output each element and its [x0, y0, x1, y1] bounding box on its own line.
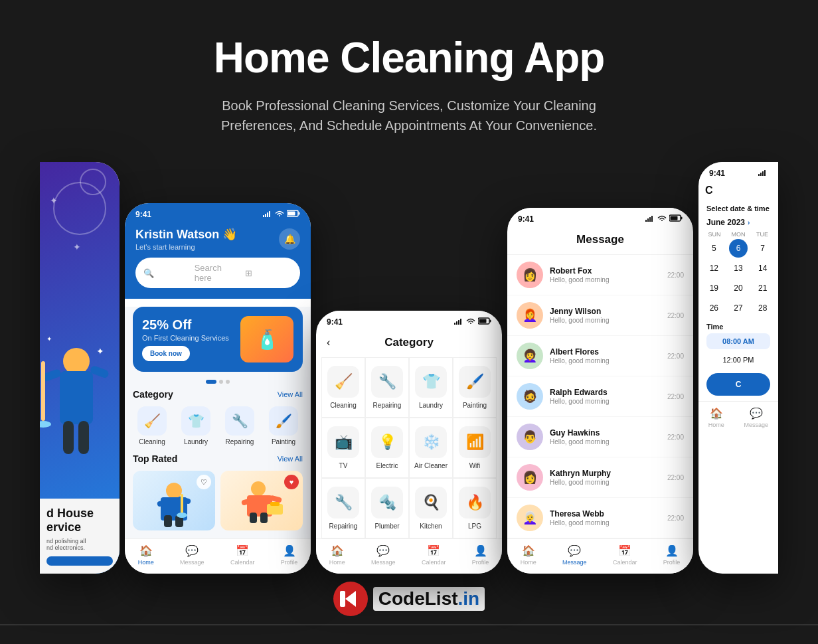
svg-text:✦: ✦ — [96, 346, 104, 357]
phone4-nav-item-home[interactable]: 🏠Home — [521, 544, 536, 566]
svg-rect-46 — [681, 217, 683, 220]
nav-item-home[interactable]: 🏠Home — [138, 544, 154, 566]
svg-rect-10 — [263, 215, 264, 217]
back-arrow-icon[interactable]: ‹ — [327, 337, 330, 349]
phone3-category-grid: 🧹Cleaning🔧Repairing👕Laundry🖌️Painting📺TV… — [316, 357, 502, 538]
phone3-cat-cell[interactable]: 🔧Repairing — [365, 357, 409, 418]
message-avatar: 👩‍🦱 — [517, 343, 543, 369]
message-item[interactable]: 👩‍🦳 Theresa Webb Hello, good morning 22:… — [507, 498, 693, 538]
heart-icon-1[interactable]: ♡ — [197, 475, 211, 489]
category-view-all[interactable]: View All — [278, 390, 303, 398]
phone2-cat-item[interactable]: 🧹Cleaning — [133, 406, 171, 445]
status-time-phone5: 9:41 — [709, 169, 725, 178]
svg-rect-43 — [651, 216, 653, 222]
calendar-day[interactable]: 26 — [704, 299, 723, 317]
phone3-header: ‹ Category — [316, 329, 502, 357]
cat-cell-label: Repairing — [329, 523, 358, 530]
message-name: Jenny Wilson — [550, 307, 661, 316]
phone3-nav-item-home[interactable]: 🏠Home — [329, 544, 345, 566]
phone4-nav-item-profile[interactable]: 👤Profile — [663, 544, 681, 566]
rated-card-1[interactable]: ♡ — [133, 471, 215, 530]
promo-dots — [133, 380, 303, 384]
cat-cell-icon: 🔩 — [371, 487, 403, 519]
cat-cell-icon: 🍳 — [415, 487, 447, 519]
message-content: Theresa Webb Hello, good morning — [550, 509, 661, 526]
calendar-day[interactable]: 28 — [754, 299, 772, 317]
phone3-cat-cell[interactable]: 🔩Plumber — [365, 478, 409, 538]
phone3-cat-cell[interactable]: ❄️Air Cleaner — [409, 418, 453, 478]
message-item[interactable]: 👩‍🦰 Jenny Wilson Hello, good morning 22:… — [507, 295, 693, 336]
phone5-bottom-nav: 🏠Home💬Message — [698, 401, 778, 436]
status-time-phone3: 9:41 — [327, 317, 343, 327]
message-item[interactable]: 👩 Robert Fox Hello, good morning 22:00 — [507, 255, 693, 295]
header-section: Home Cleaning App Book Professional Clea… — [0, 0, 818, 162]
calendar-day[interactable]: 21 — [754, 279, 772, 297]
cat-cell-icon: 🔥 — [459, 487, 491, 519]
phone2-cat-item[interactable]: 🔧Repairing — [220, 406, 259, 445]
message-content: Ralph Edwards Hello, good morning — [550, 388, 661, 405]
time-option[interactable]: 12:00 PM — [706, 352, 770, 368]
phone3-cat-cell[interactable]: 🔧Repairing — [321, 478, 365, 538]
phone3-nav-item-message[interactable]: 💬Message — [371, 544, 396, 566]
calendar-day[interactable]: 6 — [729, 239, 748, 258]
svg-rect-36 — [460, 319, 461, 325]
phone3-nav-item-profile[interactable]: 👤Profile — [472, 544, 489, 566]
svg-rect-45 — [671, 216, 678, 220]
rated-card-2[interactable]: ♥ — [220, 471, 303, 530]
bell-icon[interactable]: 🔔 — [279, 228, 300, 250]
message-name: Robert Fox — [550, 266, 661, 276]
svg-rect-30 — [260, 513, 268, 523]
svg-rect-48 — [760, 173, 762, 176]
svg-rect-38 — [479, 319, 487, 323]
phone3-cat-cell[interactable]: 🔥LPG — [453, 478, 497, 538]
calendar-days-header: SUNMONTUE — [698, 230, 778, 239]
calendar-day[interactable]: 7 — [754, 239, 772, 258]
filter-icon[interactable]: ⊞ — [245, 268, 292, 278]
phone3-nav-item-calendar[interactable]: 📅Calendar — [422, 544, 446, 566]
message-avatar: 👩 — [517, 464, 543, 491]
message-item[interactable]: 👩‍🦱 Albert Flores Hello, good morning 22… — [507, 336, 693, 376]
top-rated-view-all[interactable]: View All — [278, 455, 303, 463]
phone3-cat-cell[interactable]: 💡Electric — [365, 418, 409, 478]
phone2-cat-item[interactable]: 🖌️Painting — [264, 406, 303, 445]
message-preview: Hello, good morning — [550, 479, 661, 486]
partial-left-book-button[interactable] — [46, 556, 113, 566]
calendar-day[interactable]: 5 — [704, 239, 723, 258]
phone3-cat-cell[interactable]: 📶Wifi — [453, 418, 497, 478]
calendar-day[interactable]: 14 — [754, 259, 772, 278]
nav-item-calendar[interactable]: 📅Calendar — [230, 544, 255, 566]
calendar-day[interactable]: 20 — [729, 279, 748, 297]
phone5-nav-item-message[interactable]: 💬Message — [744, 407, 769, 428]
calendar-chevron-icon[interactable]: › — [748, 219, 750, 226]
message-item[interactable]: 👩 Kathryn Murphy Hello, good morning 22:… — [507, 457, 693, 498]
cat-cell-label: Air Cleaner — [414, 462, 448, 469]
search-bar[interactable]: 🔍 Search here ⊞ — [135, 258, 300, 288]
promo-book-button[interactable]: Book now — [142, 346, 190, 361]
phone2-cat-item[interactable]: 👕Laundry — [177, 406, 215, 445]
nav-label: Profile — [472, 559, 489, 566]
calendar-day[interactable]: 12 — [704, 259, 723, 278]
message-item[interactable]: 🧔 Ralph Edwards Hello, good morning 22:0… — [507, 376, 693, 417]
phone3-cat-cell[interactable]: 🧹Cleaning — [321, 357, 365, 418]
nav-item-profile[interactable]: 👤Profile — [281, 544, 298, 566]
message-preview: Hello, good morning — [550, 398, 661, 405]
phone3-cat-cell[interactable]: 🖌️Painting — [453, 357, 497, 418]
phone5-nav-item-home[interactable]: 🏠Home — [708, 407, 724, 428]
nav-item-message[interactable]: 💬Message — [180, 544, 204, 566]
phone4-nav-item-message[interactable]: 💬Message — [562, 544, 587, 566]
message-item[interactable]: 👨 Guy Hawkins Hello, good morning 22:00 — [507, 417, 693, 457]
phone4-nav-item-calendar[interactable]: 📅Calendar — [613, 544, 637, 566]
cat-cell-label: Wifi — [469, 462, 481, 469]
svg-rect-41 — [647, 218, 649, 222]
confirm-button[interactable]: C — [706, 373, 770, 396]
nav-icon: 📅 — [618, 544, 631, 557]
phone3-cat-cell[interactable]: 👕Laundry — [409, 357, 453, 418]
phone3-cat-cell[interactable]: 📺TV — [321, 418, 365, 478]
calendar-day[interactable]: 27 — [729, 299, 748, 317]
phone-message: 9:41 Message 👩 Robert Fox Hello, good mo… — [507, 208, 693, 574]
calendar-day[interactable]: 19 — [704, 279, 723, 297]
calendar-day[interactable]: 13 — [729, 259, 748, 278]
phone3-cat-cell[interactable]: 🍳Kitchen — [409, 478, 453, 538]
heart-icon-2[interactable]: ♥ — [284, 475, 299, 489]
time-option[interactable]: 08:00 AM — [706, 333, 770, 349]
